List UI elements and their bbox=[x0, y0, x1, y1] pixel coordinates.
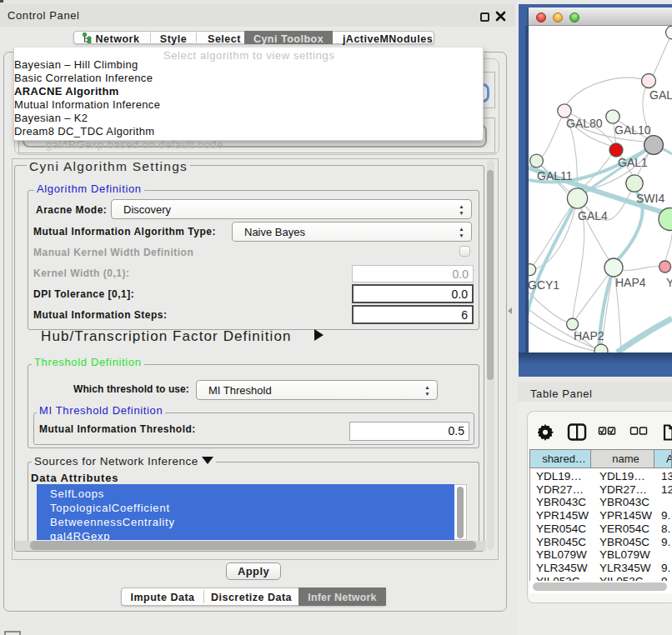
svg-text:GAL80: GAL80 bbox=[566, 117, 603, 130]
svg-text:SWI4: SWI4 bbox=[636, 192, 664, 205]
svg-text:GAL1: GAL1 bbox=[618, 156, 648, 169]
svg-text:GAL11: GAL11 bbox=[537, 169, 573, 182]
svg-text:GAL10: GAL10 bbox=[614, 123, 651, 137]
svg-text:YE: YE bbox=[666, 276, 672, 289]
svg-text:HAP2: HAP2 bbox=[574, 329, 604, 342]
svg-text:GAL4: GAL4 bbox=[578, 209, 608, 222]
svg-text:GAL7: GAL7 bbox=[649, 88, 672, 102]
svg-text:HAP4: HAP4 bbox=[615, 276, 646, 289]
svg-text:GCY1: GCY1 bbox=[529, 278, 559, 292]
